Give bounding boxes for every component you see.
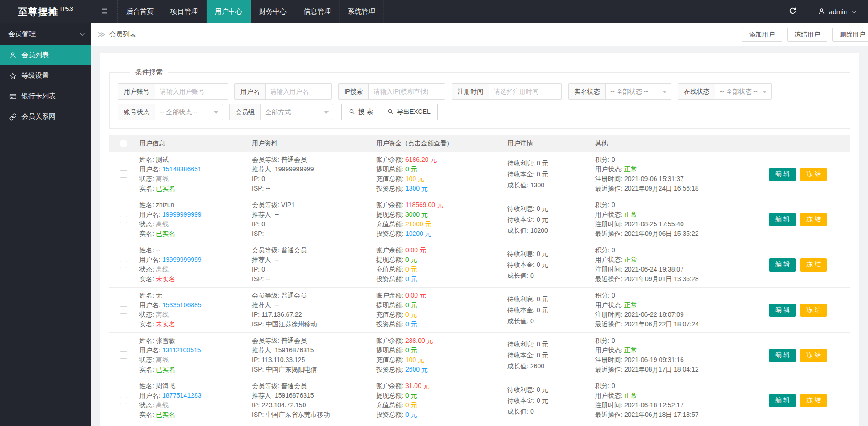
field-value[interactable]: 238.00 元: [405, 337, 433, 344]
field-value: 2021-06-24 19:38:07: [624, 266, 684, 273]
search-field-ip: IP搜索: [338, 83, 445, 100]
caret-down-icon: [662, 91, 667, 96]
field-label: IP:: [252, 401, 260, 409]
edit-button[interactable]: 编 辑: [769, 304, 796, 317]
row-checkbox[interactable]: [120, 170, 127, 178]
freeze-button[interactable]: 冻 结: [800, 168, 827, 181]
field-value[interactable]: 0 元: [405, 301, 417, 309]
search-field-online-status-select[interactable]: -- 全部状态 --: [715, 84, 771, 99]
field-value[interactable]: 15148386651: [162, 165, 202, 173]
search-field-username-input[interactable]: [266, 84, 331, 99]
field-value[interactable]: 118569.00 元: [405, 201, 443, 208]
row-checkbox[interactable]: [120, 397, 127, 404]
field-value: 张雪敏: [156, 337, 175, 344]
nav-system[interactable]: 系统管理: [340, 0, 384, 23]
field-value[interactable]: 100 元: [405, 356, 424, 363]
nav-finance[interactable]: 财务中心: [251, 0, 295, 23]
field-value[interactable]: 0.00 元: [405, 292, 426, 299]
field-line: 充值总额:21000 元: [376, 219, 506, 229]
field-value[interactable]: 0.00 元: [405, 246, 426, 254]
sidebar-item-bank-cards[interactable]: 银行卡列表: [0, 86, 91, 106]
nav-user-center[interactable]: 用户中心: [207, 0, 251, 23]
nav-dashboard[interactable]: 后台首页: [118, 0, 162, 23]
edit-button[interactable]: 编 辑: [769, 258, 796, 272]
field-value[interactable]: 0 元: [405, 256, 417, 263]
field-line: 最近操作:2021年09月24日 16:56:18: [595, 184, 744, 193]
field-value[interactable]: 1300 元: [405, 185, 428, 192]
field-value[interactable]: 15335106885: [162, 301, 202, 309]
edit-button[interactable]: 编 辑: [769, 394, 796, 407]
field-value[interactable]: 2600 元: [405, 366, 428, 373]
field-value[interactable]: 3000 元: [405, 211, 428, 218]
nav-message[interactable]: 信息管理: [295, 0, 340, 23]
freeze-button[interactable]: 冻 结: [800, 213, 827, 226]
edit-button[interactable]: 编 辑: [769, 168, 796, 181]
field-value[interactable]: 19999999999: [162, 211, 202, 218]
field-value[interactable]: 0 元: [405, 392, 417, 399]
field-line: 用户状态:正常: [595, 300, 744, 310]
sidebar-section-member-management[interactable]: 会员管理: [0, 23, 91, 45]
search-field-account-status-select[interactable]: -- 全部状态 --: [155, 104, 223, 120]
field-value[interactable]: 0 元: [405, 411, 417, 418]
row-checkbox[interactable]: [120, 216, 127, 223]
field-value[interactable]: 21000 元: [405, 220, 431, 228]
field-line: 积分:0: [595, 291, 744, 300]
edit-button[interactable]: 编 辑: [769, 349, 796, 362]
field-label: 姓名:: [139, 382, 154, 389]
field-value[interactable]: 6186.20 元: [405, 156, 437, 163]
field-line: 账户余额:238.00 元: [376, 336, 506, 346]
search-button-label: 搜 索: [358, 108, 373, 116]
user-menu[interactable]: admin: [808, 0, 868, 23]
field-value: 2021年08月17日 18:04:12: [624, 366, 699, 373]
add-user-button[interactable]: 添加用户: [742, 28, 782, 42]
search-button[interactable]: 搜 索: [341, 104, 380, 120]
row-checkbox[interactable]: [120, 261, 127, 268]
row-checkbox[interactable]: [120, 351, 127, 359]
field-value[interactable]: 0 元: [405, 401, 417, 409]
field-value[interactable]: 0 元: [405, 346, 417, 354]
cell-profile: 会员等级:普通会员推荐人:15916876315IP:223.104.72.15…: [250, 381, 374, 420]
sidebar-item-level-settings[interactable]: 等级设置: [0, 65, 91, 86]
row-checkbox[interactable]: [120, 306, 127, 314]
sidebar-item-member-list[interactable]: 会员列表: [0, 45, 91, 65]
delete-user-button[interactable]: 删除用户: [832, 28, 868, 42]
search-field-realname-status-select[interactable]: -- 全部状态 --: [606, 84, 671, 99]
refresh-button[interactable]: [777, 0, 808, 23]
hamburger-icon: [101, 7, 109, 16]
search-field-ip-input[interactable]: [369, 84, 445, 99]
field-label: ISP:: [252, 185, 264, 192]
field-value: 正常: [624, 301, 637, 309]
search-field-regtime-input[interactable]: [489, 84, 561, 99]
freeze-button[interactable]: 冻 结: [800, 258, 827, 272]
table-row: 姓名:测试用户名:15148386651状态:离线实名:已实名会员等级:普通会员…: [109, 152, 850, 197]
field-value[interactable]: 31.00 元: [405, 382, 430, 389]
freeze-button[interactable]: 冻 结: [800, 394, 827, 407]
field-label: 会员等级:: [252, 156, 279, 163]
search-field-account-input[interactable]: [155, 84, 228, 99]
field-line: 实名:未实名: [139, 274, 250, 284]
field-value[interactable]: 18775141283: [162, 392, 202, 399]
nav-project[interactable]: 项目管理: [162, 0, 207, 23]
field-value[interactable]: 0 元: [405, 165, 417, 173]
freeze-user-button[interactable]: 冻结用户: [787, 28, 827, 42]
field-value[interactable]: 10200 元: [405, 230, 431, 237]
field-value[interactable]: 0 元: [405, 275, 417, 282]
edit-button[interactable]: 编 辑: [769, 213, 796, 226]
cell-profile: 会员等级:普通会员推荐人:19999999999IP:0ISP:--: [250, 155, 374, 193]
field-line: 用户状态:正常: [595, 165, 744, 174]
select-all-checkbox[interactable]: [120, 140, 127, 147]
sidebar-item-member-network[interactable]: 会员关系网: [0, 106, 91, 127]
field-value[interactable]: 0 元: [405, 311, 417, 318]
field-value[interactable]: 0 元: [405, 266, 417, 273]
cell-funds: 账户余额:238.00 元提现总额:0 元充值总额:100 元投资总额:2600…: [374, 336, 506, 374]
field-value[interactable]: 13999999999: [162, 256, 202, 263]
field-value[interactable]: 100 元: [405, 175, 424, 182]
freeze-button[interactable]: 冻 结: [800, 304, 827, 317]
field-value[interactable]: 0 元: [405, 320, 417, 328]
sidebar-toggle-button[interactable]: [91, 0, 118, 23]
export-excel-button[interactable]: 导出EXCEL: [380, 104, 438, 120]
field-value[interactable]: 13112100515: [162, 346, 201, 354]
freeze-button[interactable]: 冻 结: [800, 349, 827, 362]
search-field-member-group-select[interactable]: 全部方式: [261, 104, 333, 120]
field-line: ISP:中国广东揭阳电信: [252, 365, 374, 374]
